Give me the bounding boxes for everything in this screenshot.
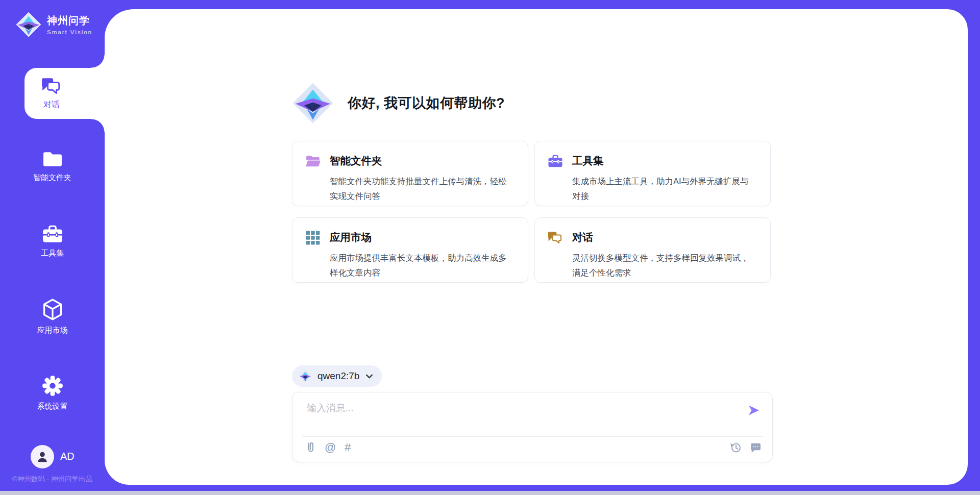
card-chat[interactable]: 对话 灵活切换多模型文件，支持多样回复效果调试，满足个性化需求 <box>534 217 771 283</box>
card-description: 集成市场上主流工具，助力AI与外界无缝扩展与对接 <box>572 174 757 206</box>
card-smart-folder[interactable]: 智能文件夹 智能文件夹功能支持批量文件上传与清洗，轻松实现文件问答 <box>292 141 528 206</box>
card-title: 应用市场 <box>330 230 514 247</box>
feature-cards: 智能文件夹 智能文件夹功能支持批量文件上传与清洗，轻松实现文件问答 工具集 集成… <box>292 141 772 283</box>
attachment-icon[interactable] <box>306 441 316 454</box>
sidebar-item-label: 智能文件夹 <box>0 173 105 183</box>
sidebar-item-label: 工具集 <box>0 249 105 258</box>
send-icon[interactable] <box>747 404 761 417</box>
card-title: 工具集 <box>572 153 757 171</box>
app-window: 神州问学 Smart Vision 对话 智能文件夹 工具集 <box>0 0 980 495</box>
person-icon <box>35 450 50 464</box>
sidebar-item-toolset[interactable]: 工具集 <box>0 225 105 258</box>
tab-curve-top <box>91 55 105 68</box>
sidebar-item-chat[interactable]: 对话 <box>24 68 106 119</box>
card-toolset[interactable]: 工具集 集成市场上主流工具，助力AI与外界无缝扩展与对接 <box>534 141 771 206</box>
user-account[interactable]: AD <box>0 445 105 469</box>
greeting: 你好, 我可以如何帮助你? <box>291 82 505 125</box>
card-title: 对话 <box>572 230 757 247</box>
chevron-down-icon <box>365 372 374 381</box>
user-label: AD <box>60 451 75 462</box>
message-input[interactable] <box>306 401 737 434</box>
avatar <box>31 445 54 468</box>
hashtag-icon[interactable]: # <box>345 441 351 454</box>
brand-logo-icon <box>15 11 42 38</box>
history-icon[interactable] <box>729 441 742 454</box>
toolbox-icon <box>548 154 563 168</box>
composer-divider <box>302 436 763 437</box>
chat-icon <box>548 231 563 245</box>
brand-subtitle: Smart Vision <box>47 29 92 35</box>
brand-name: 神州问学 <box>47 14 92 28</box>
sidebar-footer: ©神州数码 · 神州问学出品 <box>0 475 105 484</box>
greeting-title: 你好, 我可以如何帮助你? <box>348 94 505 112</box>
folder-open-icon <box>305 154 321 168</box>
cube-icon <box>42 298 63 321</box>
message-composer: @ # <box>292 392 773 462</box>
sidebar-item-label: 系统设置 <box>0 402 105 411</box>
composer-tools-left: @ # <box>306 441 351 454</box>
grid-icon <box>305 231 321 245</box>
card-description: 应用市场提供丰富长文本模板，助力高效生成多样化文章内容 <box>330 251 514 283</box>
toolbox-icon <box>42 225 63 244</box>
gem-logo-icon <box>291 82 334 125</box>
composer-tools-right <box>729 441 761 454</box>
sidebar-item-app-market[interactable]: 应用市场 <box>0 298 105 335</box>
folder-icon <box>41 149 64 168</box>
tab-curve-bottom <box>91 119 105 132</box>
mention-icon[interactable]: @ <box>325 441 336 454</box>
brand: 神州问学 Smart Vision <box>15 11 92 38</box>
sidebar-item-label: 应用市场 <box>0 326 105 335</box>
model-name: qwen2:7b <box>317 370 359 382</box>
bottom-edge-strip <box>0 491 980 495</box>
model-selector[interactable]: qwen2:7b <box>292 365 382 387</box>
sidebar-item-label: 对话 <box>43 100 60 110</box>
gear-icon <box>41 375 64 397</box>
sidebar-item-settings[interactable]: 系统设置 <box>0 375 105 411</box>
chat-icon <box>41 77 62 95</box>
gem-logo-icon <box>299 369 312 383</box>
card-description: 灵活切换多模型文件，支持多样回复效果调试，满足个性化需求 <box>572 251 757 283</box>
card-app-market[interactable]: 应用市场 应用市场提供丰富长文本模板，助力高效生成多样化文章内容 <box>292 217 528 283</box>
chat-bubble-icon[interactable] <box>749 442 761 453</box>
sidebar-item-smart-folder[interactable]: 智能文件夹 <box>0 149 105 183</box>
card-title: 智能文件夹 <box>330 153 514 171</box>
card-description: 智能文件夹功能支持批量文件上传与清洗，轻松实现文件问答 <box>330 174 514 206</box>
